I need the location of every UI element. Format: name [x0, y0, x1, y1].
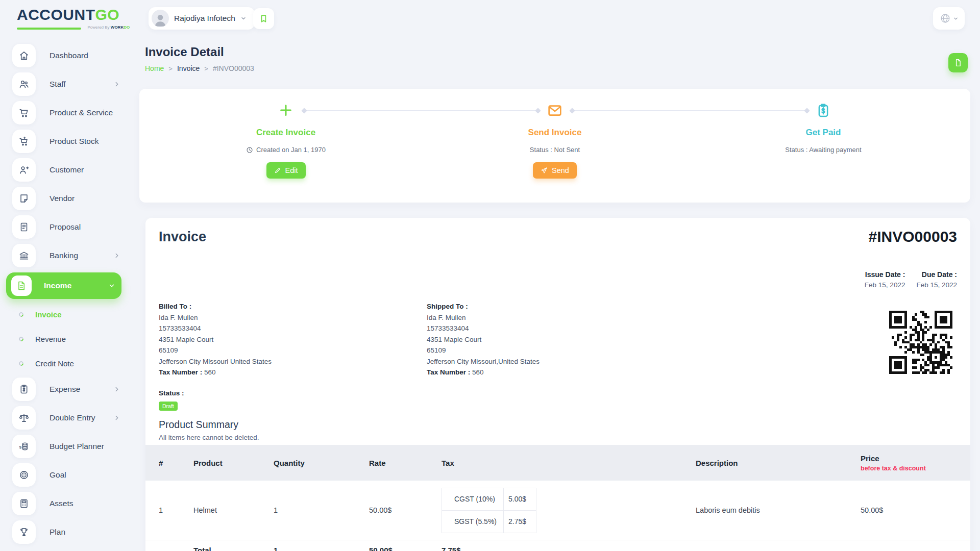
invoice-title: Invoice	[159, 229, 206, 245]
mail-icon	[463, 103, 647, 119]
step-title: Get Paid	[731, 128, 915, 138]
cart-icon	[12, 101, 36, 124]
sidebar-item-label: Banking	[50, 251, 78, 260]
pencil-icon	[274, 167, 281, 174]
powered-by-label: Powered By WORKDO	[87, 25, 130, 30]
product-summary-note: All items here cannot be deleted.	[159, 434, 259, 441]
double-entry-icon	[12, 406, 36, 430]
app-logo[interactable]: ACCOUNTGO Powered By WORKDO	[17, 7, 134, 32]
avatar	[152, 10, 169, 27]
sidebar-item-label: Expense	[50, 385, 80, 394]
step-send-invoice: Send Invoice Status : Not Sent Send	[463, 89, 647, 203]
clipboard-dollar-icon	[731, 103, 915, 118]
assets-icon	[12, 492, 36, 515]
sidebar-item-banking[interactable]: Banking	[12, 244, 121, 267]
chevron-down-icon	[240, 15, 247, 21]
step-get-paid: Get Paid Status : Awaiting payment	[731, 89, 915, 203]
invoice-dates: Issue Date : Feb 15, 2022 Due Date : Feb…	[865, 270, 957, 289]
sidebar-item-product-service[interactable]: Product & Service	[12, 101, 121, 124]
sidebar-item-dashboard[interactable]: Dashboard	[12, 44, 121, 67]
billed-to-block: Billed To : Ida F. Mullen 15733533404 43…	[159, 301, 272, 378]
company-dropdown[interactable]: Rajodiya Infotech	[149, 7, 255, 30]
language-selector[interactable]	[933, 7, 965, 30]
user-plus-icon	[12, 158, 36, 182]
step-title: Send Invoice	[463, 128, 647, 138]
proposal-icon	[12, 215, 36, 239]
plus-icon	[194, 103, 378, 118]
sidebar-item-proposal[interactable]: Proposal	[12, 215, 121, 239]
sidebar-item-label: Proposal	[50, 222, 81, 232]
home-icon	[12, 44, 36, 67]
bullet-icon	[18, 336, 24, 342]
sidebar-item-label: Budget Planner	[50, 442, 104, 451]
divider	[159, 263, 957, 263]
globe-icon	[940, 13, 951, 24]
breadcrumb-home-link[interactable]: Home	[145, 64, 164, 72]
sidebar-item-income[interactable]: Income	[6, 272, 121, 299]
product-summary-title: Product Summary	[159, 419, 238, 431]
sidebar-item-assets[interactable]: Assets	[12, 492, 121, 515]
sidebar-item-label: Dashboard	[50, 51, 88, 60]
step-status: Status : Awaiting payment	[731, 146, 915, 154]
tax-breakdown-table: CGST (10%) 5.00$ SGST (5.5%) 2.75$	[442, 488, 536, 533]
expense-icon	[12, 378, 36, 401]
table-header-row: # Product Quantity Rate Tax Description …	[145, 445, 970, 481]
price-subnote: before tax & discount	[861, 465, 970, 472]
sidebar-item-label: Vendor	[50, 194, 75, 203]
page-title: Invoice Detail	[145, 45, 224, 59]
sidebar-item-plan[interactable]: Plan	[12, 520, 121, 544]
sidebar-item-label: Plan	[50, 528, 65, 537]
table-row: 1 Helmet 1 50.00$ CGST (10%) 5.00$ SGST …	[145, 481, 970, 540]
goal-icon	[12, 463, 36, 487]
sidebar-subitem-invoice[interactable]: Invoice	[12, 304, 129, 324]
company-name: Rajodiya Infotech	[174, 14, 235, 23]
svg-text:$: $	[19, 445, 22, 449]
bookmark-icon	[259, 14, 268, 23]
sidebar-item-budget-planner[interactable]: $Budget Planner	[12, 435, 121, 458]
breadcrumb-invoice-link[interactable]: Invoice	[177, 64, 200, 72]
bookmark-button[interactable]	[253, 8, 274, 29]
chevron-down-icon	[108, 282, 115, 289]
sidebar-subitem-credit-note[interactable]: Credit Note	[12, 353, 129, 373]
sidebar-subitem-label: Credit Note	[35, 359, 74, 368]
bullet-icon	[18, 311, 24, 318]
step-status: Created on Jan 1, 1970	[194, 146, 378, 154]
sidebar-item-staff[interactable]: Staff	[12, 72, 121, 96]
clock-icon	[246, 146, 253, 154]
chevron-down-icon	[953, 16, 959, 21]
edit-button[interactable]: Edit	[266, 162, 306, 179]
sidebar-item-expense[interactable]: Expense	[12, 378, 121, 401]
sidebar-item-customer[interactable]: Customer	[12, 158, 121, 182]
table-total-row: Total 1 50.00$ 7.75$	[145, 540, 970, 551]
invoice-detail-card: Invoice #INVO00003 Issue Date : Feb 15, …	[145, 218, 970, 551]
sidebar-item-goal[interactable]: Goal	[12, 463, 121, 487]
qr-code	[889, 311, 952, 374]
sidebar-item-label: Product & Service	[50, 108, 113, 117]
status-block: Status : Draft	[159, 389, 184, 411]
sidebar-item-label: Income	[44, 281, 71, 290]
sidebar-item-label: Customer	[50, 165, 84, 174]
sidebar-item-label: Double Entry	[50, 413, 95, 422]
product-table: # Product Quantity Rate Tax Description …	[145, 445, 970, 551]
step-title: Create Invoice	[194, 128, 378, 138]
sidebar-item-vendor[interactable]: Vendor	[12, 187, 121, 210]
breadcrumb-separator: >	[204, 65, 208, 72]
send-button[interactable]: Send	[533, 162, 577, 179]
sidebar-item-product-stock[interactable]: Product Stock	[12, 130, 121, 153]
budget-planner-icon: $	[12, 435, 36, 458]
sidebar-item-double-entry[interactable]: Double Entry	[12, 406, 121, 430]
sidebar-item-label: Goal	[50, 470, 66, 480]
chevron-right-icon	[113, 252, 120, 259]
file-icon	[953, 58, 963, 67]
sidebar-subitem-label: Invoice	[35, 310, 62, 319]
chevron-right-icon	[113, 386, 120, 393]
logo-underline	[17, 28, 81, 30]
sidebar-item-label: Staff	[50, 80, 66, 89]
bank-icon	[12, 244, 36, 267]
sidebar-subitem-revenue[interactable]: Revenue	[12, 329, 129, 349]
sidebar-subitem-label: Revenue	[35, 335, 66, 343]
step-create-invoice: Create Invoice Created on Jan 1, 1970 Ed…	[194, 89, 378, 203]
logo-text: ACCOUNTGO	[17, 7, 134, 22]
duplicate-invoice-button[interactable]	[948, 53, 968, 72]
breadcrumb: Home > Invoice > #INVO00003	[145, 64, 254, 72]
